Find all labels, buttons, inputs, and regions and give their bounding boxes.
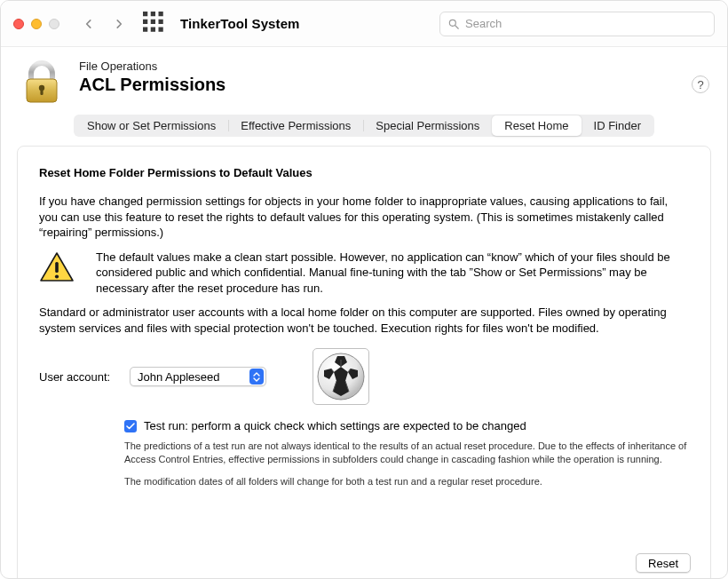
- test-run-label: Test run: perform a quick check which se…: [144, 419, 526, 432]
- grid-icon: [143, 12, 168, 36]
- account-row: User account: John Appleseed: [39, 348, 689, 405]
- check-icon: [126, 423, 135, 430]
- search-icon: [447, 18, 460, 30]
- svg-rect-7: [151, 27, 155, 31]
- warning-row: The default values make a clean start po…: [39, 250, 689, 297]
- reset-button[interactable]: Reset: [636, 553, 691, 573]
- chevron-right-icon: [113, 18, 125, 30]
- tab-id-finder[interactable]: ID Finder: [582, 115, 653, 136]
- svg-rect-4: [151, 19, 155, 23]
- account-select-value: John Appleseed: [138, 370, 220, 384]
- minimize-window-button[interactable]: [31, 19, 42, 29]
- tab-special[interactable]: Special Permissions: [363, 115, 492, 136]
- user-avatar: [313, 348, 369, 405]
- test-run-row: Test run: perform a quick check which se…: [124, 419, 689, 432]
- tab-reset-home[interactable]: Reset Home: [492, 115, 581, 136]
- back-button[interactable]: [75, 12, 102, 36]
- content-card: Reset Home Folder Permissions to Default…: [17, 146, 711, 579]
- svg-rect-0: [143, 12, 147, 16]
- tab-effective[interactable]: Effective Permissions: [228, 115, 363, 136]
- chevron-left-icon: [83, 18, 95, 30]
- breadcrumb: File Operations: [79, 59, 226, 73]
- svg-rect-8: [159, 27, 163, 31]
- zoom-window-button[interactable]: [49, 19, 59, 29]
- svg-rect-14: [55, 262, 59, 273]
- search-placeholder: Search: [465, 17, 707, 30]
- tab-show-or-set[interactable]: Show or Set Permissions: [75, 115, 228, 136]
- intro-paragraph: If you have changed permission settings …: [39, 194, 689, 241]
- select-stepper-icon: [249, 369, 264, 385]
- test-run-note-1: The predictions of a test run are not al…: [124, 440, 689, 466]
- test-run-checkbox[interactable]: [124, 420, 137, 432]
- search-field[interactable]: Search: [439, 12, 715, 36]
- reset-button-label: Reset: [648, 557, 678, 570]
- svg-rect-13: [40, 88, 43, 95]
- section-title: Reset Home Folder Permissions to Default…: [39, 166, 689, 179]
- soccer-ball-icon: [317, 353, 365, 401]
- svg-point-9: [449, 20, 455, 26]
- svg-point-15: [55, 274, 59, 278]
- svg-line-10: [455, 25, 459, 28]
- close-window-button[interactable]: [13, 19, 24, 29]
- svg-rect-3: [143, 19, 147, 23]
- svg-rect-6: [143, 27, 147, 31]
- svg-rect-2: [159, 12, 163, 16]
- apps-grid-button[interactable]: [143, 12, 168, 36]
- warning-icon: [39, 250, 82, 297]
- svg-rect-5: [159, 19, 163, 23]
- account-select[interactable]: John Appleseed: [130, 367, 266, 386]
- nav-buttons: [75, 12, 132, 36]
- lock-icon: [19, 59, 65, 106]
- tab-bar: Show or Set Permissions Effective Permis…: [74, 115, 654, 137]
- warning-paragraph: The default values make a clean start po…: [96, 250, 689, 297]
- support-paragraph: Standard or administrator user accounts …: [39, 305, 689, 336]
- window-controls: [13, 19, 59, 29]
- titlebar: TinkerTool System Search: [1, 1, 727, 47]
- forward-button[interactable]: [106, 12, 132, 36]
- page-header: File Operations ACL Permissions ?: [1, 47, 727, 106]
- page-title: ACL Permissions: [79, 75, 226, 95]
- help-button[interactable]: ?: [692, 75, 709, 93]
- test-run-note-2: The modification dates of all folders wi…: [124, 475, 689, 488]
- account-label: User account:: [39, 370, 119, 384]
- app-title: TinkerTool System: [180, 16, 300, 31]
- svg-rect-1: [151, 12, 155, 16]
